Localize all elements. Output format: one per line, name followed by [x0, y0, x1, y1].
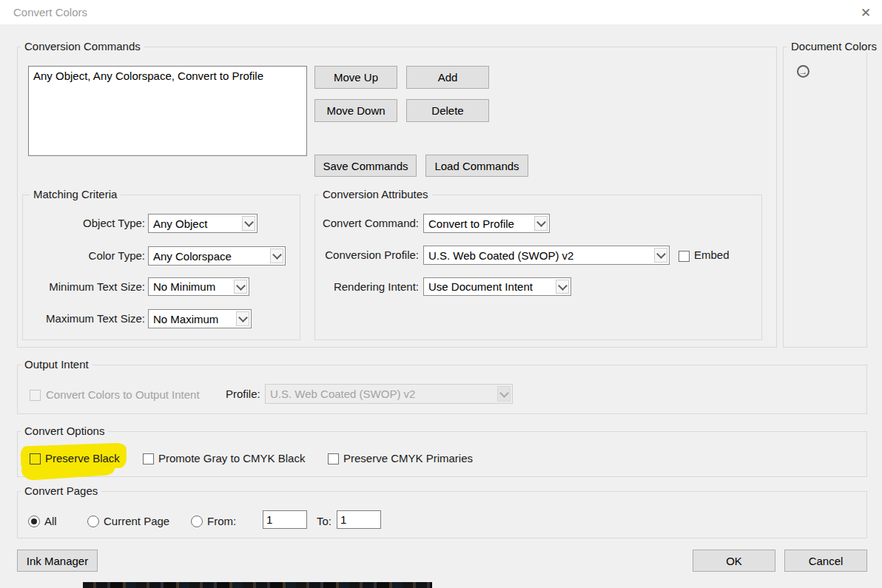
all-pages-label: All: [44, 512, 57, 531]
promote-gray-label: Promote Gray to CMYK Black: [158, 449, 305, 468]
chevron-down-icon[interactable]: [556, 280, 569, 294]
convert-colors-to-output-intent-label: Convert Colors to Output Intent: [46, 385, 200, 405]
chevron-down-icon: [497, 386, 511, 402]
convert-colors-to-output-intent-checkbox[interactable]: [30, 390, 41, 401]
conversion-attributes-label: Conversion Attributes: [319, 189, 432, 200]
chevron-down-icon[interactable]: [234, 280, 247, 294]
chevron-down-icon[interactable]: [242, 216, 255, 231]
embed-label: Embed: [694, 246, 730, 265]
object-type-label: Object Type:: [22, 214, 145, 233]
rendering-intent-value: Use Document Intent: [428, 278, 553, 295]
rendering-intent-select[interactable]: Use Document Intent: [423, 277, 571, 296]
current-page-radio[interactable]: [87, 516, 99, 527]
object-type-value: Any Object: [153, 214, 239, 232]
ok-button[interactable]: OK: [693, 550, 775, 572]
from-page-radio[interactable]: [191, 516, 203, 527]
preserve-cmyk-primaries-label: Preserve CMYK Primaries: [343, 449, 473, 468]
matching-criteria-label: Matching Criteria: [30, 189, 121, 200]
max-text-size-select[interactable]: No Maximum: [148, 309, 252, 328]
to-page-input[interactable]: [337, 510, 381, 529]
ink-manager-button[interactable]: Ink Manager: [17, 550, 98, 572]
output-profile-select[interactable]: U.S. Web Coated (SWOP) v2: [265, 384, 513, 404]
color-type-label: Color Type:: [22, 246, 145, 266]
output-profile-value: U.S. Web Coated (SWOP) v2: [270, 385, 494, 403]
min-text-size-value: No Minimum: [153, 278, 231, 295]
delete-button[interactable]: Delete: [406, 99, 489, 122]
object-type-select[interactable]: Any Object: [148, 214, 257, 233]
chevron-down-icon[interactable]: [236, 311, 249, 326]
from-page-label: From:: [207, 512, 236, 531]
conversion-profile-select[interactable]: U.S. Web Coated (SWOP) v2: [423, 246, 670, 265]
convert-pages-label: Convert Pages: [21, 485, 101, 497]
convert-options-label: Convert Options: [21, 425, 108, 437]
output-intent-label: Output Intent: [21, 359, 92, 371]
convert-command-label: Convert Command:: [311, 214, 419, 233]
convert-command-select[interactable]: Convert to Profile: [423, 214, 550, 233]
all-pages-radio[interactable]: [28, 516, 40, 527]
move-up-button[interactable]: Move Up: [314, 66, 397, 89]
document-colors-arrow-icon[interactable]: →: [797, 65, 809, 78]
radio-dot: [31, 518, 37, 524]
max-text-size-label: Maximum Text Size:: [22, 309, 145, 328]
max-text-size-value: No Maximum: [153, 310, 233, 328]
color-type-select[interactable]: Any Colorspace: [148, 246, 286, 266]
conversion-profile-value: U.S. Web Coated (SWOP) v2: [428, 246, 651, 264]
conversion-profile-label: Conversion Profile:: [311, 246, 419, 265]
rendering-intent-label: Rendering Intent:: [311, 277, 419, 297]
convert-command-value: Convert to Profile: [428, 214, 531, 232]
embed-checkbox[interactable]: [679, 251, 690, 262]
list-item[interactable]: Any Object, Any Colorspace, Convert to P…: [29, 67, 306, 85]
close-icon[interactable]: ✕: [855, 3, 876, 22]
min-text-size-label: Minimum Text Size:: [22, 277, 145, 297]
convert-colors-dialog: Convert Colors ✕ Conversion Commands Any…: [0, 0, 882, 588]
chevron-down-icon[interactable]: [534, 216, 548, 231]
conversion-commands-list[interactable]: Any Object, Any Colorspace, Convert to P…: [28, 66, 307, 156]
from-page-input[interactable]: [263, 510, 307, 529]
cropped-content-strip: [83, 582, 432, 588]
chevron-down-icon[interactable]: [270, 249, 283, 263]
to-page-label: To:: [317, 512, 331, 531]
preserve-cmyk-primaries-checkbox[interactable]: [328, 453, 339, 464]
color-type-value: Any Colorspace: [153, 247, 267, 265]
current-page-label: Current Page: [104, 512, 169, 531]
add-button[interactable]: Add: [406, 66, 489, 89]
output-profile-label: Profile:: [226, 384, 260, 404]
dialog-title: Convert Colors: [13, 5, 87, 20]
preserve-black-checkbox[interactable]: [30, 453, 41, 464]
cancel-button[interactable]: Cancel: [784, 550, 867, 572]
save-commands-button[interactable]: Save Commands: [314, 155, 417, 177]
document-colors-group: [783, 47, 867, 348]
move-down-button[interactable]: Move Down: [314, 99, 397, 122]
promote-gray-checkbox[interactable]: [143, 453, 154, 464]
conversion-commands-label: Conversion Commands: [21, 41, 144, 53]
document-colors-label: Document Colors: [787, 41, 881, 53]
min-text-size-select[interactable]: No Minimum: [148, 277, 249, 296]
chevron-down-icon[interactable]: [654, 248, 667, 263]
preserve-black-label: Preserve Black: [45, 449, 120, 468]
load-commands-button[interactable]: Load Commands: [425, 155, 528, 177]
